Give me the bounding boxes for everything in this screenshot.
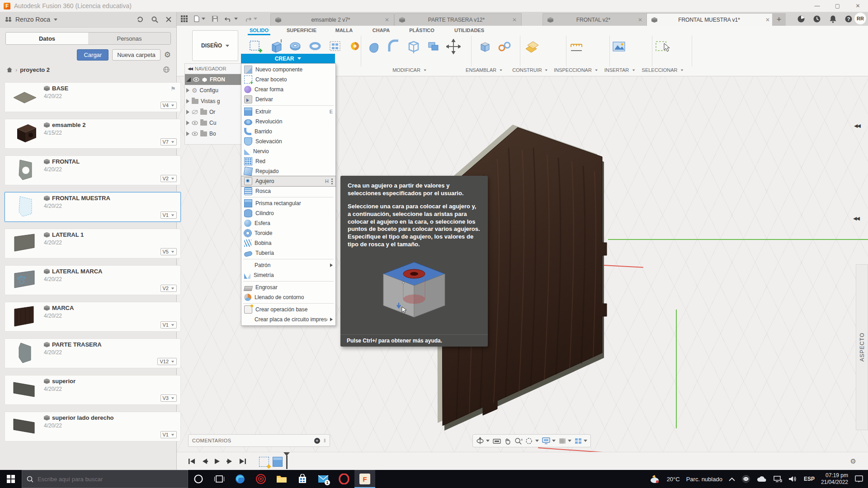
network-tray-icon[interactable] bbox=[773, 475, 782, 483]
tab-close-icon[interactable]: ✕ bbox=[508, 17, 517, 23]
upload-button[interactable]: Cargar bbox=[77, 49, 108, 61]
home-icon[interactable] bbox=[6, 67, 13, 73]
extensions-icon[interactable] bbox=[795, 13, 807, 25]
list-item-marca[interactable]: MARCA 4/20/22 V1 bbox=[5, 302, 181, 332]
add-comment-icon[interactable]: + bbox=[314, 438, 320, 444]
timeline-step-forward-icon[interactable] bbox=[226, 458, 233, 465]
timeline-step-back-icon[interactable] bbox=[202, 458, 208, 465]
pattern-box-icon[interactable] bbox=[327, 38, 343, 56]
viewports-icon[interactable] bbox=[575, 438, 587, 444]
version-dropdown[interactable]: V1 bbox=[160, 321, 177, 328]
keyboard-language[interactable]: ESP bbox=[804, 476, 815, 482]
navigator-node-origin[interactable]: Or bbox=[185, 107, 241, 117]
list-item-frontal-muestra[interactable]: FRONTAL MUESTRA 4/20/22 V1 bbox=[5, 192, 181, 222]
refresh-icon[interactable] bbox=[137, 16, 144, 23]
menu-item-patron[interactable]: Patrón bbox=[241, 260, 335, 270]
revolve-icon[interactable] bbox=[288, 38, 303, 56]
menu-item-simetria[interactable]: Simetría bbox=[241, 270, 335, 280]
tab-close-icon[interactable]: ✕ bbox=[761, 17, 770, 23]
start-button[interactable] bbox=[0, 470, 22, 488]
timeline-extrude-feature[interactable] bbox=[273, 457, 283, 467]
notifications-bell-icon[interactable] bbox=[826, 13, 839, 25]
maximize-button[interactable]: ▢ bbox=[827, 0, 848, 12]
list-item-superior[interactable]: superior 4/20/22 V3 bbox=[5, 375, 181, 405]
agujero-options-icon[interactable] bbox=[331, 178, 333, 184]
menu-item-agujero[interactable]: AgujeroH bbox=[241, 176, 335, 186]
navigator-node-named-views[interactable]: Vistas g bbox=[185, 96, 241, 107]
new-component-icon[interactable] bbox=[477, 38, 492, 56]
group-inspeccionar[interactable]: INSPECCIONAR bbox=[554, 67, 598, 73]
timeline-position-marker[interactable] bbox=[286, 455, 288, 469]
navigator-collapse-icon[interactable]: ◀◀ bbox=[188, 66, 192, 71]
edge-icon[interactable] bbox=[230, 470, 250, 488]
menu-item-barrido[interactable]: Barrido bbox=[241, 127, 335, 136]
aspect-collapse-icon[interactable]: ◀◀ bbox=[853, 216, 859, 221]
menu-item-crear-placa-circuito[interactable]: Crear placa de circuito impreso bbox=[241, 314, 335, 324]
onedrive-tray-icon[interactable] bbox=[757, 476, 767, 482]
version-dropdown[interactable]: V1 bbox=[160, 211, 177, 219]
tab-close-icon[interactable]: ✕ bbox=[380, 17, 389, 23]
task-view-icon[interactable] bbox=[209, 470, 230, 488]
cortana-icon[interactable] bbox=[188, 470, 209, 488]
display-settings-icon[interactable] bbox=[542, 437, 556, 444]
list-item-lateral-marca[interactable]: LATERAL MARCA 4/20/22 V2 bbox=[5, 265, 181, 295]
move-icon[interactable] bbox=[446, 38, 461, 56]
design-workspace-dropdown[interactable]: DISEÑO bbox=[192, 30, 238, 61]
menu-item-red[interactable]: Red bbox=[241, 156, 335, 166]
ribbon-tab-utilidades[interactable]: UTILIDADES bbox=[453, 27, 486, 34]
clock[interactable]: 07:19 pm 21/04/2022 bbox=[821, 472, 848, 486]
form-icon[interactable] bbox=[347, 38, 363, 56]
doc-tab-frontal-muestra[interactable]: FRONTAL MUESTRA v1*✕ bbox=[646, 13, 775, 26]
ribbon-tab-malla[interactable]: MALLA bbox=[334, 27, 355, 34]
list-item-parte-trasera[interactable]: PARTE TRASERA 4/20/22 V12 bbox=[5, 338, 181, 368]
navigator-node-settings[interactable]: ⚙Configu bbox=[185, 85, 241, 96]
grid-settings-icon[interactable] bbox=[559, 438, 571, 444]
user-chevron-icon[interactable] bbox=[54, 19, 57, 21]
version-dropdown[interactable]: V2 bbox=[160, 175, 177, 182]
group-ensamblar[interactable]: ENSAMBLAR bbox=[466, 67, 503, 73]
app-grid-icon[interactable] bbox=[181, 15, 188, 22]
search-input[interactable] bbox=[37, 475, 183, 483]
save-icon[interactable] bbox=[212, 15, 218, 22]
insert-image-icon[interactable] bbox=[611, 38, 627, 56]
red-target-app-icon[interactable] bbox=[250, 470, 271, 488]
timeline-go-start-icon[interactable] bbox=[188, 458, 195, 465]
action-center-icon[interactable] bbox=[854, 475, 863, 483]
new-tab-button[interactable]: + bbox=[772, 13, 786, 26]
hidden-eye-icon[interactable] bbox=[192, 110, 198, 114]
menu-item-nervio[interactable]: Nervio bbox=[241, 146, 335, 156]
doc-tab-parte-trasera[interactable]: PARTE TRASERA v12*✕ bbox=[394, 13, 522, 26]
discord-tray-icon[interactable] bbox=[741, 474, 750, 483]
extrude-icon[interactable] bbox=[268, 38, 283, 56]
menu-item-bobina[interactable]: Bobina bbox=[241, 238, 335, 248]
menu-item-crear-boceto[interactable]: Crear boceto bbox=[241, 75, 335, 84]
group-modificar[interactable]: MODIFICAR bbox=[392, 67, 427, 73]
user-name[interactable]: Renzo Roca bbox=[15, 16, 50, 23]
breadcrumb-project[interactable]: proyecto 2 bbox=[20, 66, 50, 73]
menu-item-llenado-de-contorno[interactable]: Llenado de contorno bbox=[241, 292, 335, 302]
timeline-play-icon[interactable] bbox=[214, 458, 220, 465]
globe-icon[interactable] bbox=[163, 66, 170, 73]
ribbon-tab-chapa[interactable]: CHAPA bbox=[371, 27, 392, 34]
visibility-eye-icon[interactable] bbox=[193, 77, 199, 82]
group-crear-open[interactable]: CREAR bbox=[241, 54, 335, 63]
tab-close-icon[interactable]: ✕ bbox=[633, 17, 642, 23]
list-item-frontal[interactable]: FRONTAL 4/20/22 V2 bbox=[5, 155, 181, 185]
menu-item-engrosar[interactable]: Engrosar bbox=[241, 282, 335, 292]
timeline-settings-gear-icon[interactable]: ⚙ bbox=[850, 457, 856, 465]
list-item-lateral1[interactable]: LATERAL 1 4/20/22 V5 bbox=[5, 229, 181, 258]
navigator-node-bodies[interactable]: Cu bbox=[185, 117, 241, 128]
menu-item-derivar[interactable]: Derivar bbox=[241, 94, 335, 104]
navigator-node-sketches[interactable]: Bo bbox=[185, 128, 241, 139]
shell-icon[interactable] bbox=[406, 38, 421, 56]
ribbon-tab-superficie[interactable]: SUPERFICIE bbox=[285, 27, 318, 34]
version-dropdown[interactable]: V4 bbox=[160, 102, 177, 109]
microsoft-store-icon[interactable] bbox=[292, 470, 313, 488]
panel-settings-gear-icon[interactable]: ⚙ bbox=[164, 51, 171, 59]
minimize-button[interactable]: — bbox=[807, 0, 827, 12]
visibility-eye-icon[interactable] bbox=[192, 131, 198, 136]
combine-icon[interactable] bbox=[426, 38, 441, 56]
mail-icon[interactable]: 1 bbox=[313, 470, 334, 488]
pan-icon[interactable] bbox=[504, 437, 511, 445]
ribbon-tab-solido[interactable]: SOLIDO bbox=[248, 27, 270, 35]
